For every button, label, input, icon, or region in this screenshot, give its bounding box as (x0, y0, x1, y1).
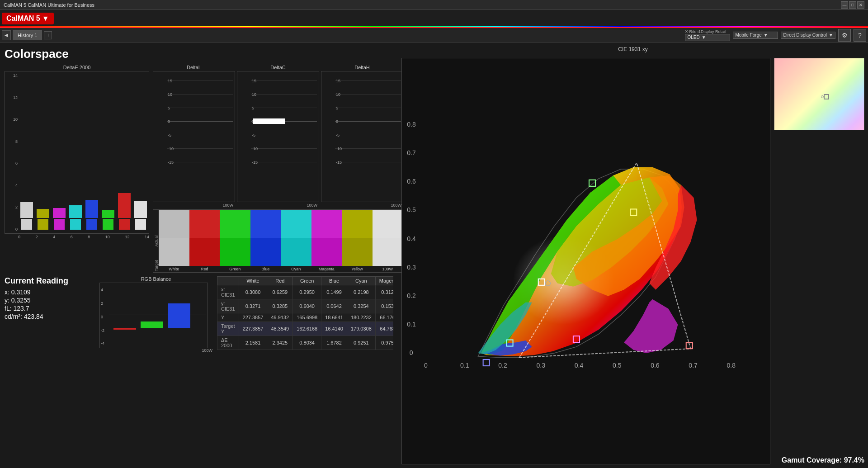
svg-text:0.3: 0.3 (407, 264, 416, 271)
actual-swatches-row (159, 210, 403, 238)
swatch-target-cyan (281, 238, 311, 266)
cie-diagram-container: 0.8 0.7 0.6 0.5 0.4 0.3 0.2 0.1 0 0 0.1 … (401, 58, 770, 464)
colorspace-title: Colorspace (5, 47, 393, 61)
bar-red (118, 91, 131, 230)
swatch-target-red (189, 238, 220, 266)
forge-dropdown[interactable]: Mobile Forge ▼ (733, 32, 778, 39)
deltae-bar-container: 14 12 10 8 6 4 2 0 (5, 71, 149, 234)
cell-x-cyan: 0.2198 (347, 285, 375, 299)
restore-button[interactable]: □ (849, 1, 856, 9)
swatch-actual-100w (373, 210, 403, 238)
table-header-cyan: Cyan (347, 277, 375, 285)
swatch-actual-yellow (342, 210, 373, 238)
pastel-preview (774, 58, 864, 130)
pastel-target-marker (824, 94, 829, 99)
tab-nav-back-button[interactable]: ◀ (2, 30, 11, 40)
cell-y-magenta: 0.1534 (375, 299, 393, 313)
reading-cdm2: cd/m²: 423.84 (5, 313, 95, 320)
cell-y-green: 0.6040 (293, 299, 321, 313)
cell-ty-magenta: 64.7689 (375, 322, 393, 336)
deltaH-label: DeltaH (321, 65, 403, 70)
rgb-balance-label: RGB Balance (99, 276, 212, 282)
gamut-coverage-label: Gamut Coverage: (782, 456, 842, 464)
svg-text:0.8: 0.8 (407, 121, 416, 128)
menu-bar: CalMAN 5 ▼ (0, 10, 868, 28)
reading-x: x: 0.3109 (5, 288, 95, 296)
rgb-red-bar (113, 328, 136, 330)
table-header-white: White (239, 277, 267, 285)
deltaH-x-label: 100W (321, 203, 403, 208)
calman-logo[interactable]: CalMAN 5 ▼ (2, 13, 54, 24)
bar-white (20, 91, 33, 230)
swatch-name-100w: 100W (373, 266, 403, 272)
svg-text:0.5: 0.5 (613, 362, 622, 369)
target-blue-marker (483, 359, 490, 366)
title-bar: CalMAN 5 CalMAN Ultimate for Business — … (0, 0, 868, 10)
svg-text:0.5: 0.5 (407, 206, 416, 213)
cell-x-red: 0.6259 (267, 285, 293, 299)
deltaL-x-label: 100W (153, 203, 235, 208)
row-label-Y: Y (217, 313, 239, 322)
cie-diagram-svg: 0.8 0.7 0.6 0.5 0.4 0.3 0.2 0.1 0 0 0.1 … (402, 58, 770, 464)
cie-main-row: 0.8 0.7 0.6 0.5 0.4 0.3 0.2 0.1 0 0 0.1 … (401, 58, 864, 464)
deltaC-white-bar (253, 118, 285, 124)
bar-magenta (53, 91, 66, 230)
help-button[interactable]: ? (854, 29, 866, 42)
charts-row: DeltaE 2000 14 12 10 8 6 4 2 0 (5, 65, 393, 273)
cell-x-blue: 0.1499 (321, 285, 347, 299)
cell-de-green: 0.8034 (293, 336, 321, 350)
swatch-actual-blue (250, 210, 281, 238)
swatch-actual-green (220, 210, 250, 238)
bar-cyan (69, 91, 82, 230)
deltae-y-axis: 14 12 10 8 6 4 2 0 (5, 71, 19, 233)
reading-y: y: 0.3255 (5, 297, 95, 304)
delta-charts: DeltaL 15 10 5 0 -5 -10 -15 100W (153, 65, 403, 208)
history-tab[interactable]: History 1 (13, 30, 42, 40)
deltae-chart: DeltaE 2000 14 12 10 8 6 4 2 0 (5, 65, 149, 236)
svg-text:0.4: 0.4 (575, 362, 584, 369)
close-button[interactable]: ✕ (857, 1, 864, 9)
table-body: x: CIE31 0.3080 0.6259 0.2950 0.1499 0.2… (217, 285, 394, 350)
bar-green (102, 91, 114, 230)
deltaC-label: DeltaC (237, 65, 319, 70)
dropdown-arrow-icon: ▼ (702, 35, 706, 40)
add-tab-button[interactable]: + (44, 31, 52, 39)
display-dropdown[interactable]: OLED ▼ (685, 34, 730, 41)
swatch-actual-white (159, 210, 189, 238)
svg-text:0: 0 (410, 349, 413, 356)
settings-button[interactable]: ⚙ (838, 29, 851, 42)
rgb-green-bar (141, 321, 163, 328)
swatch-target-white (159, 238, 189, 266)
cie-right-sidebar: Gamut Coverage: 97.4% (774, 58, 864, 464)
cell-ty-white: 227.3857 (239, 322, 267, 336)
svg-text:0.3: 0.3 (537, 362, 546, 369)
cell-x-white: 0.3080 (239, 285, 267, 299)
deltae-label: DeltaE 2000 (5, 65, 149, 70)
row-label-de2000: ΔE 2000 (217, 336, 239, 350)
deltaL-inner: 15 10 5 0 -5 -10 -15 (153, 71, 235, 202)
data-table: White Red Green Blue Cyan Magenta Yellow… (217, 276, 393, 350)
data-table-container: White Red Green Blue Cyan Magenta Yellow… (217, 276, 393, 463)
forge-dropdown-group: Mobile Forge ▼ (733, 32, 778, 39)
left-panel: Colorspace DeltaE 2000 14 12 10 8 6 4 2 … (0, 43, 398, 468)
table-header-blue: Blue (321, 277, 347, 285)
table-header-empty (217, 277, 239, 285)
deltaL-chart: DeltaL 15 10 5 0 -5 -10 -15 100W (153, 65, 235, 208)
gamut-coverage: Gamut Coverage: 97.4% (774, 456, 864, 464)
target-label: Target (154, 260, 159, 271)
gamut-coverage-value: 97.4% (844, 456, 864, 464)
cell-ty-red: 48.3549 (267, 322, 293, 336)
deltaL-label: DeltaL (153, 65, 235, 70)
rgb-chart-area: 4 2 0 -2 -4 (99, 283, 208, 348)
cell-y-blue: 0.0642 (321, 299, 347, 313)
swatch-target-magenta (311, 238, 342, 266)
cell-de-red: 2.3425 (267, 336, 293, 350)
swatch-name-green: Green (220, 266, 250, 272)
svg-marker-25 (624, 299, 678, 353)
minimize-button[interactable]: — (841, 1, 848, 9)
cell-de-cyan: 0.9251 (347, 336, 375, 350)
swatch-target-yellow (342, 238, 373, 266)
svg-text:0.6: 0.6 (407, 178, 416, 185)
display-control-dropdown[interactable]: Direct Display Control ▼ (781, 32, 835, 39)
row-label-targetY: Target Y (217, 322, 239, 336)
